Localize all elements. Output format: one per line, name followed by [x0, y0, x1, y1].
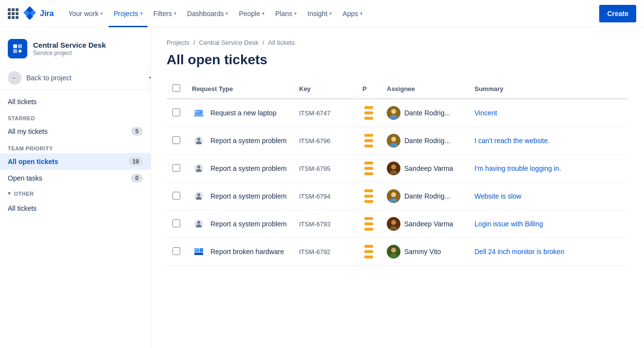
- project-type: Service project: [33, 50, 106, 56]
- breadcrumb-projects[interactable]: Projects: [167, 39, 189, 46]
- svg-point-12: [197, 138, 200, 141]
- summary-cell: Vincent: [469, 99, 628, 127]
- create-button[interactable]: Create: [599, 5, 636, 22]
- ticket-key: ITSM-6794: [299, 193, 330, 200]
- app-switcher[interactable]: [8, 8, 19, 19]
- svg-rect-30: [195, 249, 196, 250]
- ticket-key-cell: ITSM-6794: [293, 183, 357, 210]
- nav-projects[interactable]: Projects ▾: [109, 4, 148, 23]
- ticket-key-cell: ITSM-6793: [293, 210, 357, 238]
- breadcrumb-sep-2: /: [263, 39, 265, 46]
- header-assignee: Assignee: [381, 79, 469, 99]
- chevron-down-icon: ▾: [226, 11, 228, 16]
- sidebar-item-all-tickets-other[interactable]: All tickets: [0, 201, 151, 216]
- nav-items: Your work ▾ Projects ▾ Filters ▾ Dashboa…: [63, 4, 599, 23]
- svg-point-18: [391, 165, 396, 169]
- summary-link[interactable]: I can't reach the website.: [474, 137, 549, 145]
- request-type-cell: Request a new laptop: [186, 99, 293, 127]
- sidebar-item-open-tasks[interactable]: Open tasks 0: [0, 170, 151, 186]
- priority-cell: [357, 238, 381, 266]
- jira-logo[interactable]: Jira: [22, 6, 54, 21]
- chevron-left-icon: ◀: [149, 74, 151, 80]
- summary-cell: Dell 24 inch monitor is broken: [469, 238, 628, 266]
- top-navigation: Jira Your work ▾ Projects ▾ Filters ▾ Da…: [0, 0, 644, 27]
- summary-cell: I can't reach the website.: [469, 127, 628, 155]
- request-type-icon: [192, 162, 206, 175]
- row-checkbox[interactable]: [172, 109, 180, 116]
- nav-plans[interactable]: Plans ▾: [270, 4, 302, 23]
- summary-link[interactable]: Vincent: [474, 109, 497, 117]
- header-summary: Summary: [469, 79, 628, 99]
- app-layout: Central Service Desk Service project ◀ ←…: [0, 27, 644, 348]
- avatar: [387, 189, 400, 203]
- table-row: Report a system problem ITSM-6793 Sandee…: [167, 210, 628, 238]
- svg-point-20: [197, 193, 200, 196]
- svg-point-14: [391, 137, 396, 142]
- svg-point-24: [197, 221, 200, 224]
- row-checkbox-cell: [167, 183, 186, 210]
- avatar: [387, 106, 400, 120]
- chevron-down-icon: ▾: [329, 11, 332, 16]
- ticket-key: ITSM-6796: [299, 137, 330, 145]
- summary-link[interactable]: Login issue with Billing: [474, 220, 543, 228]
- sidebar-item-all-open-tickets[interactable]: All open tickets 19: [0, 153, 151, 170]
- svg-rect-2: [13, 49, 17, 53]
- priority-cell: [357, 127, 381, 155]
- chevron-down-icon: ▾: [140, 11, 143, 16]
- request-type-label: Report a system problem: [210, 165, 286, 172]
- summary-cell: I'm having trouble logging in.: [469, 155, 628, 183]
- assignee-name: Sammy Vito: [404, 248, 441, 256]
- priority-cell: [357, 210, 381, 238]
- summary-link[interactable]: Dell 24 inch monitor is broken: [474, 248, 564, 256]
- avatar: [387, 217, 400, 231]
- chevron-down-icon: ▾: [8, 190, 11, 197]
- assignee-cell: Sammy Vito: [381, 238, 469, 266]
- avatar: [387, 134, 400, 147]
- ticket-key-cell: ITSM-6747: [293, 99, 357, 127]
- row-checkbox[interactable]: [172, 220, 180, 227]
- nav-your-work[interactable]: Your work ▾: [63, 4, 108, 23]
- project-icon: [8, 39, 27, 58]
- svg-rect-27: [194, 248, 199, 252]
- nav-apps[interactable]: Apps ▾: [338, 4, 367, 23]
- page-title: All open tickets: [167, 52, 628, 68]
- select-all-checkbox[interactable]: [172, 84, 180, 92]
- summary-cell: Website is slow: [469, 183, 628, 210]
- ticket-key: ITSM-6747: [299, 110, 330, 117]
- svg-rect-1: [18, 44, 22, 48]
- priority-cell: [357, 99, 381, 127]
- row-checkbox[interactable]: [172, 136, 180, 144]
- nav-insight[interactable]: Insight ▾: [303, 4, 337, 23]
- nav-filters[interactable]: Filters ▾: [149, 4, 181, 23]
- row-checkbox-cell: [167, 238, 186, 266]
- assignee-cell: Dante Rodrig...: [381, 127, 469, 155]
- svg-rect-7: [198, 111, 201, 111]
- summary-link[interactable]: Website is slow: [474, 192, 521, 200]
- request-type-label: Request a new laptop: [210, 109, 276, 117]
- project-info: Central Service Desk Service project: [33, 41, 106, 56]
- ticket-key: ITSM-6795: [299, 165, 330, 172]
- chevron-down-icon: ▾: [174, 11, 176, 16]
- svg-rect-8: [198, 112, 200, 112]
- priority-icon: [362, 105, 375, 121]
- row-checkbox[interactable]: [172, 192, 180, 200]
- priority-cell: [357, 183, 381, 210]
- breadcrumb-central-service-desk[interactable]: Central Service Desk: [199, 39, 259, 46]
- logo-text: Jira: [40, 9, 54, 18]
- nav-people[interactable]: People ▾: [234, 4, 269, 23]
- back-to-project-button[interactable]: ← Back to project: [0, 66, 151, 90]
- sidebar-item-all-my-tickets[interactable]: All my tickets 5: [0, 123, 151, 140]
- ticket-key: ITSM-6792: [299, 248, 330, 256]
- sidebar-other-toggle[interactable]: ▾ OTHER: [0, 186, 151, 201]
- assignee-name: Sandeep Varma: [404, 220, 453, 228]
- sidebar-item-all-tickets-main[interactable]: All tickets: [0, 94, 151, 110]
- row-checkbox[interactable]: [172, 247, 180, 255]
- row-checkbox[interactable]: [172, 164, 180, 172]
- row-checkbox-cell: [167, 99, 186, 127]
- table-header: Request Type Key P Assignee Summary: [167, 79, 628, 99]
- svg-point-16: [197, 165, 200, 168]
- nav-dashboards[interactable]: Dashboards ▾: [182, 4, 233, 23]
- breadcrumb-all-tickets: All tickets: [268, 39, 295, 46]
- request-type-icon: [192, 245, 206, 258]
- summary-link[interactable]: I'm having trouble logging in.: [474, 165, 561, 172]
